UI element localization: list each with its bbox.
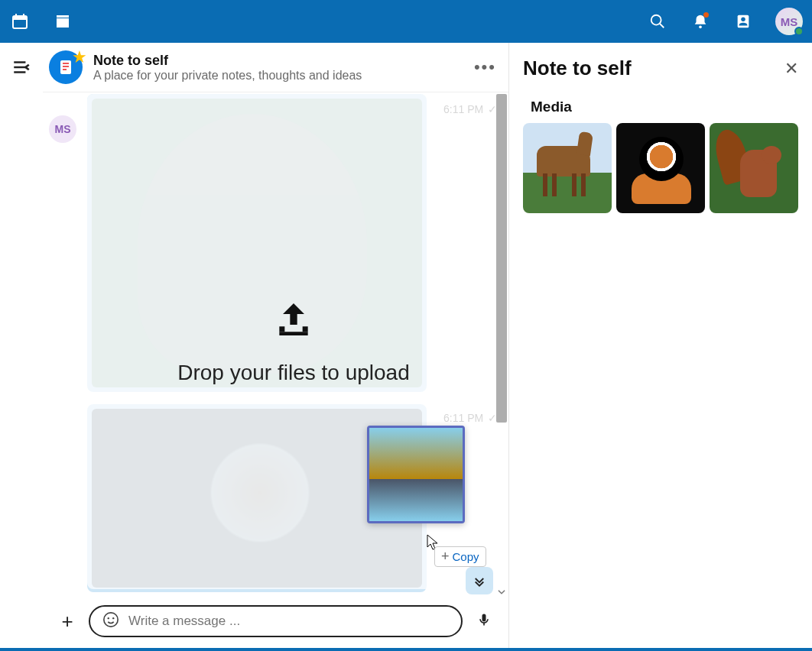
chat-menu-icon[interactable]: •••	[474, 57, 496, 77]
user-initials: MS	[781, 15, 798, 28]
chat-title: Note to self	[93, 53, 362, 69]
svg-point-20	[112, 617, 114, 618]
chat-subtitle: A place for your private notes, thoughts…	[93, 69, 362, 83]
chat-column: ★ Note to self A place for your private …	[43, 43, 509, 648]
emoji-icon[interactable]	[102, 611, 119, 632]
svg-rect-4	[57, 18, 69, 28]
dragged-file-thumbnail	[367, 426, 465, 523]
media-thumbnail[interactable]	[523, 123, 612, 213]
media-section-label: Media	[531, 99, 798, 115]
svg-point-18	[104, 612, 118, 626]
contacts-icon[interactable]	[732, 11, 754, 32]
message-input[interactable]	[128, 614, 449, 629]
messages-area: MS 6:11 PM ✓✓ 6:11 PM ✓✓ Dr	[43, 92, 508, 598]
sender-avatar[interactable]: MS	[49, 115, 76, 143]
scrollbar-thumb[interactable]	[496, 94, 507, 423]
upload-icon	[272, 298, 315, 341]
scrollbar[interactable]	[496, 94, 507, 596]
svg-point-10	[741, 18, 745, 22]
svg-rect-5	[57, 15, 69, 18]
svg-line-7	[660, 24, 664, 28]
media-thumbnail[interactable]	[616, 123, 705, 213]
scroll-to-bottom-button[interactable]	[466, 567, 493, 594]
message-input-wrap[interactable]	[89, 605, 463, 637]
drop-files-text: Drop your files to upload	[177, 361, 410, 385]
notifications-icon[interactable]	[690, 11, 711, 32]
svg-point-19	[108, 617, 109, 618]
composer: +	[43, 598, 508, 648]
close-icon[interactable]: ✕	[784, 59, 798, 79]
chat-avatar-icon[interactable]: ★	[49, 50, 83, 84]
voice-message-icon[interactable]	[473, 612, 495, 631]
left-rail	[0, 43, 43, 648]
attach-button[interactable]: +	[57, 610, 78, 633]
svg-point-8	[699, 26, 702, 29]
files-icon[interactable]	[52, 11, 73, 32]
collapse-sidebar-icon[interactable]	[9, 55, 34, 79]
media-grid	[523, 123, 798, 213]
chat-header: ★ Note to self A place for your private …	[43, 43, 508, 92]
panel-title: Note to self	[523, 57, 632, 80]
search-icon[interactable]	[647, 11, 668, 32]
copy-tooltip: + Copy	[434, 546, 486, 567]
calendar-icon[interactable]	[9, 11, 31, 32]
presence-indicator	[794, 27, 804, 36]
media-thumbnail[interactable]	[710, 123, 798, 213]
user-avatar[interactable]: MS	[775, 8, 803, 35]
svg-rect-21	[482, 614, 486, 621]
star-icon: ★	[72, 47, 87, 67]
plus-icon: +	[441, 549, 450, 565]
scroll-arrow-icon[interactable]	[496, 587, 507, 598]
svg-rect-1	[13, 16, 27, 20]
details-panel: Note to self ✕ Media	[509, 43, 812, 648]
svg-point-6	[651, 15, 661, 25]
top-bar: MS	[0, 0, 812, 43]
